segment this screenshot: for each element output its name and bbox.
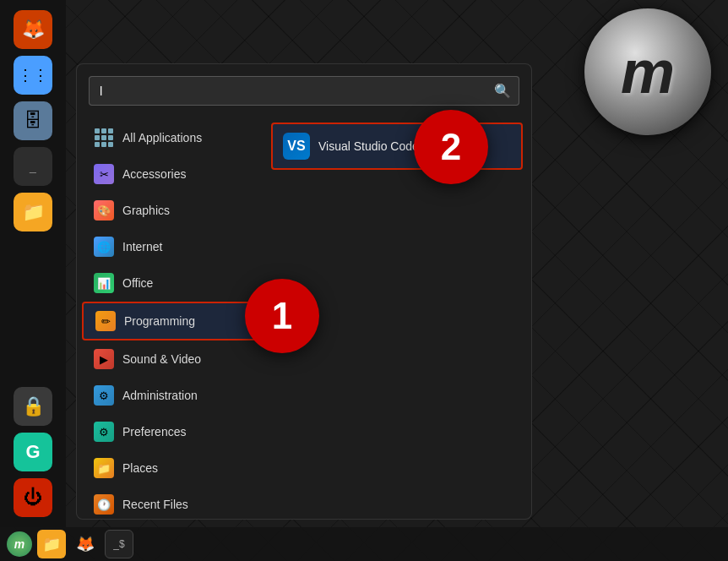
category-label-programming: Programming — [124, 314, 195, 328]
mint-logo-decoration: m — [584, 8, 720, 144]
app-label-vscode: Visual Studio Code — [318, 139, 419, 153]
apps-area: VS Visual Studio Code — [263, 114, 531, 520]
category-administration[interactable]: ⚙ Administration — [82, 378, 258, 413]
search-bar: 🔍 — [77, 64, 531, 114]
category-label-all: All Applications — [122, 131, 202, 144]
category-recent-files[interactable]: 🕐 Recent Files — [82, 487, 258, 520]
terminal-bottom-icon: _$ — [113, 538, 124, 550]
taskbar-bottom-terminal[interactable]: _$ — [105, 530, 133, 558]
category-graphics[interactable]: 🎨 Graphics — [82, 193, 258, 228]
taskbar-power[interactable]: ⏻ — [14, 478, 52, 517]
folder-icon: 📁 — [22, 201, 45, 223]
category-label-sound: Sound & Video — [122, 352, 201, 366]
category-label-accessories: Accessories — [122, 167, 186, 181]
mint-bottom-letter: m — [14, 537, 24, 551]
firefox-icon: 🦊 — [22, 19, 45, 41]
accessories-icon: ✂ — [94, 164, 114, 184]
firefox-bottom-icon: 🦊 — [76, 535, 95, 553]
taskbar-db[interactable]: 🗄 — [14, 101, 52, 140]
preferences-icon: ⚙ — [94, 422, 114, 442]
administration-icon: ⚙ — [94, 385, 114, 406]
db-icon: 🗄 — [24, 110, 42, 132]
app-vscode[interactable]: VS Visual Studio Code — [271, 123, 523, 170]
internet-icon: 🌐 — [94, 237, 114, 257]
taskbar-folder[interactable]: 📁 — [14, 193, 52, 231]
category-label-recent: Recent Files — [122, 498, 188, 511]
grammarly-icon: G — [25, 441, 40, 463]
taskbar-firefox[interactable]: 🦊 — [14, 10, 52, 49]
places-icon: 📁 — [94, 458, 114, 478]
search-wrapper: 🔍 — [89, 76, 519, 106]
power-icon: ⏻ — [24, 487, 42, 509]
programming-icon: ✏ — [95, 311, 116, 331]
category-label-internet: Internet — [122, 240, 162, 253]
category-label-places: Places — [122, 461, 158, 475]
search-icon[interactable]: 🔍 — [494, 83, 511, 99]
lock-icon: 🔒 — [22, 395, 45, 417]
menu-panel: 🔍 All Applications ✂ — [76, 63, 532, 520]
category-label-office: Office — [122, 276, 153, 290]
categories-panel: All Applications ✂ Accessories 🎨 Graphic… — [77, 114, 263, 520]
folder-bottom-icon: 📁 — [42, 535, 61, 553]
vscode-icon: VS — [283, 133, 310, 160]
category-label-graphics: Graphics — [122, 204, 170, 217]
category-places[interactable]: 📁 Places — [82, 450, 258, 486]
taskbar-bottom-firefox[interactable]: 🦊 — [71, 530, 100, 558]
taskbar-grammarly[interactable]: G — [14, 433, 52, 471]
taskbar-left: 🦊 ⋮⋮ 🗄 _ 📁 🔒 G ⏻ — [0, 0, 66, 527]
taskbar-lock[interactable]: 🔒 — [14, 387, 52, 426]
category-office[interactable]: 📊 Office — [82, 265, 258, 301]
graphics-icon: 🎨 — [94, 200, 114, 221]
category-all-applications[interactable]: All Applications — [82, 120, 258, 155]
menu-content: All Applications ✂ Accessories 🎨 Graphic… — [77, 114, 531, 520]
terminal-icon: _ — [30, 160, 36, 173]
search-input[interactable] — [89, 76, 519, 106]
taskbar-apps[interactable]: ⋮⋮ — [14, 56, 52, 95]
category-programming[interactable]: ✏ Programming — [82, 302, 258, 340]
category-label-administration: Administration — [122, 389, 198, 402]
apps-icon: ⋮⋮ — [18, 66, 48, 84]
recent-files-icon: 🕐 — [94, 494, 114, 515]
all-apps-icon — [94, 128, 114, 148]
mint-logo-letter: m — [621, 37, 675, 106]
taskbar-bottom: m 📁 🦊 _$ — [0, 527, 728, 561]
category-preferences[interactable]: ⚙ Preferences — [82, 414, 258, 449]
category-accessories[interactable]: ✂ Accessories — [82, 156, 258, 192]
office-icon: 📊 — [94, 273, 114, 293]
taskbar-mint-logo[interactable]: m — [7, 531, 32, 557]
taskbar-bottom-folder[interactable]: 📁 — [37, 530, 66, 558]
sound-video-icon: ▶ — [94, 349, 114, 369]
taskbar-terminal-left[interactable]: _ — [14, 147, 52, 186]
category-internet[interactable]: 🌐 Internet — [82, 229, 258, 264]
category-label-preferences: Preferences — [122, 425, 186, 438]
category-sound-video[interactable]: ▶ Sound & Video — [82, 341, 258, 377]
